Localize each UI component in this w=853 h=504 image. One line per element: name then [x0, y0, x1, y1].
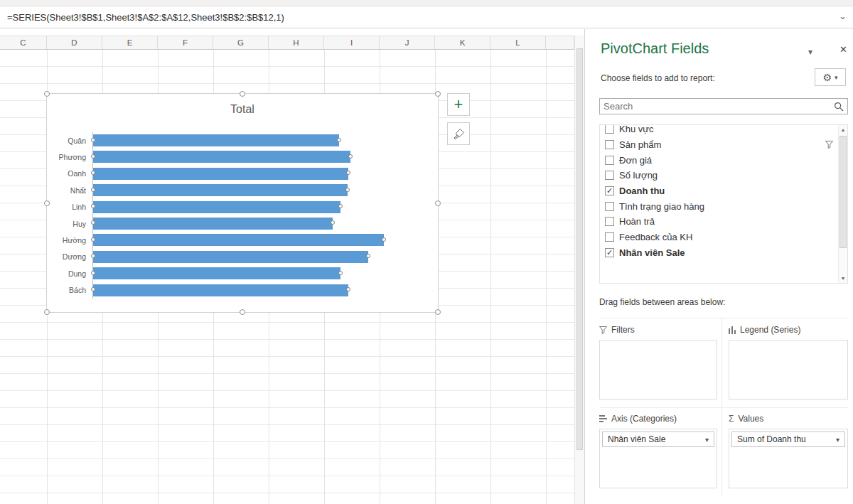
column-header-G[interactable]: G — [213, 36, 269, 49]
axis-drop-zone[interactable]: Nhân viên Sale▾ — [599, 429, 717, 488]
bar-handle-right[interactable] — [345, 188, 350, 192]
formula-text[interactable]: =SERIES(Sheet3!$B$1,Sheet3!$A$2:$A$12,Sh… — [7, 12, 284, 23]
search-box[interactable] — [599, 98, 848, 114]
legend-drop-zone[interactable] — [729, 340, 848, 400]
bar-handle-right[interactable] — [346, 287, 350, 291]
bar-handle-right[interactable] — [338, 204, 343, 208]
field-item[interactable]: Feedback của KH — [605, 230, 833, 245]
values-field-chip[interactable]: Sum of Doanh thu▾ — [731, 431, 845, 447]
chart-resize-handle-mid-left[interactable] — [44, 200, 50, 206]
field-item[interactable]: Số lượng — [605, 168, 833, 183]
chart-bar[interactable] — [93, 234, 384, 246]
column-header-H[interactable]: H — [269, 36, 324, 49]
chart-category-label[interactable]: Linh — [54, 203, 92, 211]
chart-category-label[interactable]: Dương — [54, 252, 92, 261]
field-list[interactable]: Khu vựcSản phẩmĐơn giáSố lượng✓Doanh thu… — [599, 124, 848, 284]
chart-bar[interactable] — [93, 184, 348, 196]
chart-resize-handle-mid-right[interactable] — [435, 200, 441, 206]
scroll-up-icon[interactable]: ▲ — [839, 127, 847, 132]
chart-category-label[interactable]: Quân — [54, 136, 92, 145]
bar-handle-left[interactable] — [91, 204, 95, 208]
chart-category-label[interactable]: Phương — [54, 153, 92, 161]
chart-category-label[interactable]: Dung — [54, 269, 92, 278]
column-header-J[interactable]: J — [380, 36, 435, 49]
bar-handle-right[interactable] — [382, 237, 386, 242]
close-icon[interactable]: ✕ — [839, 44, 847, 55]
formula-bar-expand-chevron-icon[interactable]: ⌄ — [839, 11, 847, 21]
bar-handle-left[interactable] — [91, 254, 95, 258]
vertical-scrollbar-thumb[interactable] — [576, 48, 583, 450]
chart-resize-handle-top-left[interactable] — [44, 91, 50, 97]
field-checkbox[interactable] — [605, 156, 614, 165]
chart-plot-area[interactable]: QuânPhươngOanhNhấtLinhHuyHườngDươngDungB… — [54, 132, 429, 299]
field-item[interactable]: Tình trạng giao hàng — [605, 198, 833, 214]
field-checkbox[interactable]: ✓ — [605, 186, 614, 195]
pane-options-chevron-icon[interactable]: ▾ — [808, 47, 812, 57]
filter-icon[interactable] — [825, 141, 833, 149]
chevron-down-icon[interactable]: ▾ — [836, 436, 839, 444]
vertical-scrollbar[interactable] — [574, 36, 584, 504]
formula-bar[interactable]: =SERIES(Sheet3!$B$1,Sheet3!$A$2:$A$12,Sh… — [0, 6, 853, 28]
search-icon[interactable] — [834, 102, 844, 112]
field-checkbox[interactable] — [605, 232, 614, 242]
bar-handle-right[interactable] — [346, 171, 350, 175]
filters-drop-zone[interactable] — [599, 340, 717, 400]
field-checkbox[interactable] — [605, 217, 614, 226]
chart-resize-handle-top-mid[interactable] — [240, 91, 245, 97]
field-item[interactable]: Khu vực — [605, 124, 833, 137]
column-header-K[interactable]: K — [435, 36, 490, 49]
column-header-E[interactable]: E — [102, 36, 158, 49]
bar-handle-left[interactable] — [91, 237, 95, 242]
field-item[interactable]: Sản phẩm — [605, 137, 833, 153]
scroll-down-icon[interactable]: ▼ — [839, 276, 847, 281]
axis-field-chip[interactable]: Nhân viên Sale▾ — [602, 431, 714, 447]
tools-gear-button[interactable]: ⚙ ▾ — [815, 68, 846, 86]
chart-bar[interactable] — [93, 168, 348, 180]
bar-handle-right[interactable] — [366, 254, 370, 258]
chart-resize-handle-bottom-left[interactable] — [44, 309, 50, 315]
bar-handle-left[interactable] — [91, 138, 95, 142]
field-checkbox[interactable] — [605, 124, 614, 134]
field-checkbox[interactable] — [605, 171, 614, 180]
chart-resize-handle-top-right[interactable] — [435, 91, 441, 97]
chart-bar[interactable] — [93, 267, 340, 279]
bar-handle-left[interactable] — [91, 271, 95, 275]
chart-bar[interactable] — [93, 151, 350, 163]
pivot-chart[interactable]: Total QuânPhươngOanhNhấtLinhHuyHườngDươn… — [46, 93, 439, 313]
chart-category-label[interactable]: Oanh — [54, 169, 92, 178]
chart-title[interactable]: Total — [47, 103, 438, 116]
chart-resize-handle-bottom-right[interactable] — [435, 309, 441, 315]
search-input[interactable] — [603, 101, 834, 112]
chart-styles-button[interactable] — [447, 122, 470, 145]
column-header-D[interactable]: D — [47, 36, 102, 49]
chart-bar[interactable] — [93, 251, 368, 263]
bar-handle-left[interactable] — [91, 171, 95, 175]
column-header-I[interactable]: I — [324, 36, 380, 49]
chevron-down-icon[interactable]: ▾ — [705, 436, 709, 444]
chart-elements-button[interactable]: + — [447, 93, 470, 116]
bar-handle-left[interactable] — [91, 188, 95, 192]
chart-category-label[interactable]: Huy — [54, 220, 92, 228]
bar-handle-right[interactable] — [348, 154, 353, 159]
column-header-F[interactable]: F — [158, 36, 213, 49]
chart-category-label[interactable]: Bách — [54, 286, 92, 294]
column-header-L[interactable]: L — [490, 36, 546, 49]
chart-bar[interactable] — [93, 134, 339, 146]
bar-handle-left[interactable] — [91, 220, 95, 225]
field-list-scrollbar-thumb[interactable] — [839, 136, 847, 248]
field-item[interactable]: Hoàn trả — [605, 214, 833, 230]
chart-category-label[interactable]: Nhất — [54, 186, 92, 195]
chart-category-label[interactable]: Hường — [54, 236, 92, 245]
field-list-scrollbar[interactable]: ▲ ▼ — [838, 125, 847, 283]
bar-handle-right[interactable] — [337, 138, 341, 142]
bar-handle-left[interactable] — [91, 287, 95, 291]
field-item[interactable]: ✓Doanh thu — [605, 183, 833, 199]
chart-resize-handle-bottom-mid[interactable] — [240, 309, 245, 315]
column-header-C[interactable]: C — [0, 36, 47, 49]
field-item[interactable]: ✓Nhân viên Sale — [605, 245, 833, 261]
field-item[interactable]: Đơn giá — [605, 152, 833, 168]
bar-handle-left[interactable] — [91, 154, 95, 159]
chart-bar[interactable] — [93, 201, 340, 213]
chart-bar[interactable] — [93, 218, 333, 230]
field-checkbox[interactable]: ✓ — [605, 248, 614, 257]
